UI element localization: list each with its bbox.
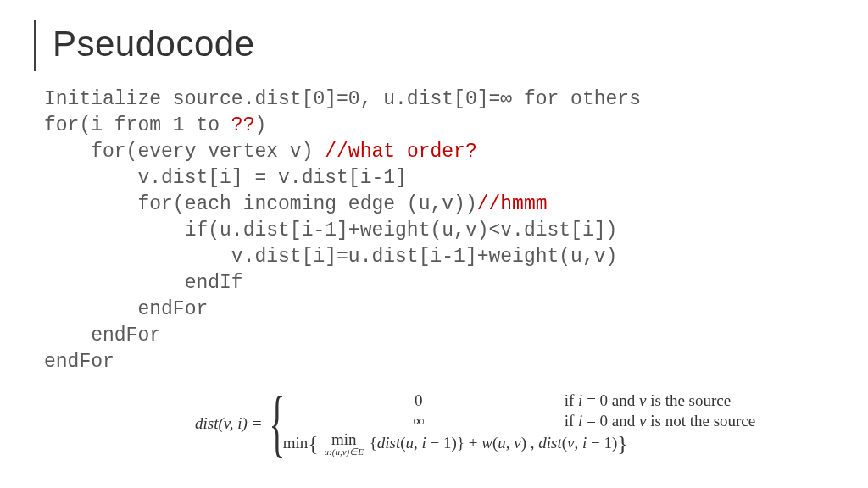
formula-cases: 0 if i = 0 and v is the source ∞ if i = …	[283, 391, 756, 456]
case-1: 0 if i = 0 and v is the source	[283, 391, 756, 410]
code-line-7: v.dist[i]=u.dist[i-1]+weight(u,v)	[44, 246, 617, 268]
formula-lhs: dist(v, i) =	[195, 414, 268, 433]
code-line-2: for(i from 1 to ??)	[44, 114, 266, 136]
title-accent-bar	[34, 20, 36, 71]
case-2-condition: if i = 0 and v is not the source	[554, 412, 756, 430]
code-line-6: if(u.dist[i-1]+weight(u,v)<v.dist[i])	[44, 219, 617, 241]
case-2: ∞ if i = 0 and v is not the source	[283, 412, 756, 430]
code-line-4: v.dist[i] = v.dist[i-1]	[44, 167, 407, 189]
case-1-value: 0	[283, 391, 554, 410]
case-3-value: min{ min u:(u,v)∈E {dist(u, i − 1)} + w(…	[283, 432, 628, 456]
case-2-value: ∞	[283, 412, 554, 430]
code-line-5: for(each incoming edge (u,v))//hmmm	[44, 193, 548, 215]
slide: Pseudocode Initialize source.dist[0]=0, …	[0, 0, 868, 488]
case-1-condition: if i = 0 and v is the source	[554, 391, 731, 410]
code-line-10: endFor	[44, 324, 161, 347]
code-line-11: endFor	[44, 351, 114, 373]
recurrence-formula: dist(v, i) = { 0 if i = 0 and v is the s…	[195, 391, 755, 456]
code-line-3: for(every vertex v) //what order?	[44, 141, 477, 163]
placeholder-iterations: ??	[231, 114, 255, 136]
page-title: Pseudocode	[44, 24, 844, 64]
comment-order: //what order?	[325, 141, 476, 163]
inner-min: min u:(u,v)∈E	[325, 432, 364, 456]
code-line-1: Initialize source.dist[0]=0, u.dist[0]=∞…	[44, 88, 641, 110]
case-3: min{ min u:(u,v)∈E {dist(u, i − 1)} + w(…	[283, 432, 756, 456]
pseudocode-block: Initialize source.dist[0]=0, u.dist[0]=∞…	[44, 86, 844, 376]
brace-icon: {	[269, 396, 285, 452]
code-line-9: endFor	[44, 298, 208, 320]
comment-hmmm: //hmmm	[477, 193, 548, 215]
code-line-8: endIf	[44, 272, 243, 294]
